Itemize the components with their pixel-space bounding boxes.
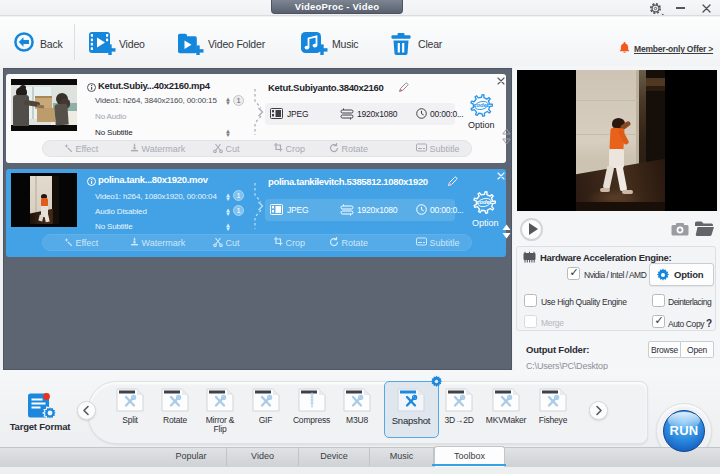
- svg-text:codec: codec: [476, 199, 493, 205]
- svg-text:codec: codec: [473, 102, 490, 108]
